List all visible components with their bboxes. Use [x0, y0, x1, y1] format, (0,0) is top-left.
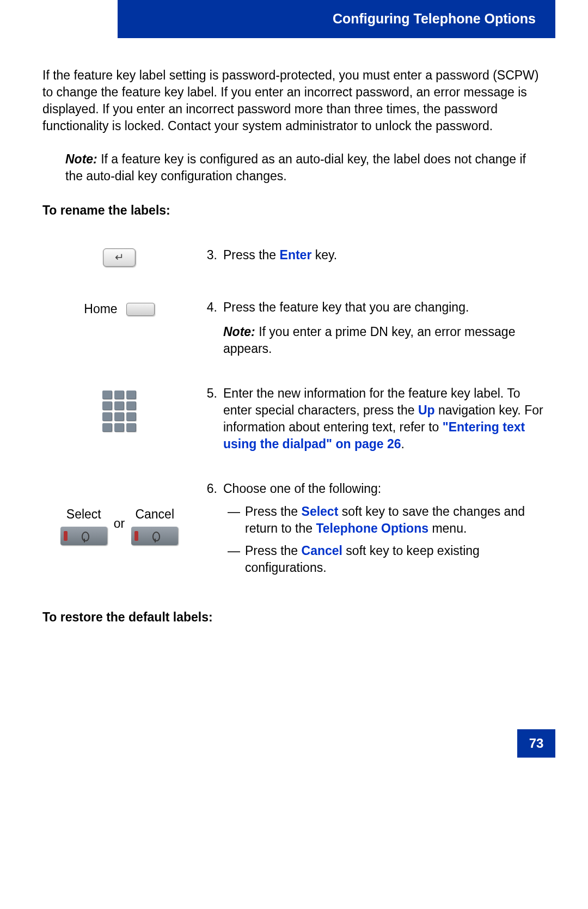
page-number: 73: [517, 729, 555, 758]
steps-table: 3. Press the Enter key. Home 4. Press th…: [42, 246, 546, 603]
home-label: Home: [84, 301, 117, 318]
step4-note-text: If you enter a prime DN key, an error me…: [223, 325, 515, 356]
step-4-number: 4.: [196, 298, 223, 385]
step4-note-label: Note:: [223, 325, 255, 339]
step-4-row: Home 4. Press the feature key that you a…: [42, 298, 546, 385]
enter-key-link: Enter: [280, 248, 312, 262]
step-4-text: Press the feature key that you are chang…: [223, 298, 546, 385]
step-5-text: Enter the new information for the featur…: [223, 385, 546, 480]
cancel-softkey-icon: [131, 527, 178, 545]
page-header: Configuring Telephone Options: [118, 0, 555, 38]
step-5-row: 5. Enter the new information for the fea…: [42, 385, 546, 480]
cancel-softkey-label: Cancel: [131, 506, 178, 523]
header-title: Configuring Telephone Options: [333, 11, 536, 26]
select-softkey-icon: [60, 527, 107, 545]
select-link: Select: [302, 504, 339, 518]
step-5-number: 5.: [196, 385, 223, 480]
enter-key-icon: [103, 248, 136, 267]
select-softkey-label: Select: [60, 506, 107, 523]
or-text: or: [112, 515, 127, 535]
step-3-row: 3. Press the Enter key.: [42, 246, 546, 298]
up-key-link: Up: [418, 403, 435, 417]
note-label: Note:: [65, 152, 97, 166]
dialpad-icon: [102, 391, 136, 432]
heading-rename: To rename the labels:: [42, 202, 546, 219]
note-autodial: Note: If a feature key is configured as …: [42, 151, 546, 185]
step-6-row: Select or Cancel 6. Choose one of the fo…: [42, 480, 546, 603]
home-key-icon: [126, 303, 155, 316]
telephone-options-link: Telephone Options: [316, 521, 428, 535]
heading-restore: To restore the default labels:: [42, 609, 546, 626]
step-6-text: Choose one of the following: — Press the…: [223, 480, 546, 603]
note-text: If a feature key is configured as an aut…: [65, 152, 526, 183]
step-3-number: 3.: [196, 246, 223, 298]
intro-paragraph: If the feature key label setting is pass…: [42, 67, 546, 135]
softkey-group: Select or Cancel: [43, 506, 195, 545]
cancel-link: Cancel: [302, 544, 342, 558]
page-content: If the feature key label setting is pass…: [0, 38, 588, 626]
step-3-text: Press the Enter key.: [223, 246, 546, 298]
step-6-number: 6.: [196, 480, 223, 603]
